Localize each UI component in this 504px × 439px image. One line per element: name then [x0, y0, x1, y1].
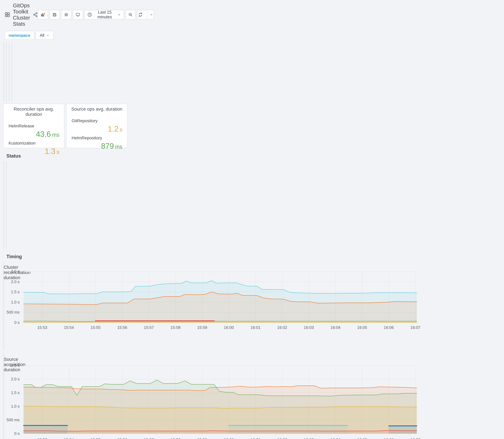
x-tick-label: 16:06: [378, 325, 399, 330]
y-tick-label: 2.5 s: [4, 269, 20, 274]
panel-cluster-reconciliation-duration: Cluster reconciliation duration 0 s500 m…: [3, 262, 4, 351]
x-tick-label: 16:04: [325, 438, 346, 439]
stat-value: 2: [12, 61, 12, 92]
x-tick-label: 16:05: [351, 438, 373, 439]
x-tick-label: 16:07: [405, 438, 426, 439]
x-tick-label: 15:59: [191, 438, 213, 439]
refresh-interval-caret[interactable]: [147, 10, 155, 19]
save-dashboard-button[interactable]: [49, 10, 60, 19]
variable-selected-value: All: [40, 33, 44, 38]
panel-cluster-reconciliation-readiness: Cluster reconciliation readiness KindNam…: [3, 161, 4, 249]
add-panel-button[interactable]: [38, 10, 48, 19]
x-tick-label: 16:04: [325, 325, 346, 330]
x-tick-label: 15:58: [165, 438, 186, 439]
gauge-label: HelmRelease: [9, 124, 59, 128]
x-tick-label: 16:06: [378, 438, 399, 439]
panel-source-acquisition-readiness: Source acquisition readiness KindNameSta…: [6, 161, 7, 249]
x-tick-label: 16:01: [245, 438, 266, 439]
toolbar: Last 15 minutes: [38, 10, 154, 19]
stat-panel-failing-reconcilers: Failing Reconcilers 1: [6, 43, 7, 102]
x-tick-label: 16:02: [271, 325, 293, 330]
series-fill: [389, 426, 417, 434]
top-bar: GitOps Toolkit Cluster Stats La: [3, 0, 6, 27]
panel-reconciler-ops-avg-duration: Reconciler ops avg. duration HelmRelease…: [3, 104, 64, 148]
panel-source-ops-avg-duration: Source ops avg. duration GitRepository 1…: [66, 104, 127, 148]
series-fill: [24, 386, 417, 434]
y-tick-label: 500 ms: [4, 418, 20, 422]
y-tick-label: 2.0 s: [4, 377, 20, 381]
y-tick-label: 0 s: [4, 320, 20, 325]
x-tick-label: 15:53: [32, 438, 53, 439]
x-tick-label: 15:55: [85, 438, 106, 439]
page-title: GitOps Toolkit Cluster Stats: [13, 2, 30, 27]
x-tick-label: 15:57: [138, 325, 160, 330]
stat-panel-failing-sources: Failing Sources 2: [12, 43, 12, 102]
gauge-value: 43.6ms: [13, 130, 59, 139]
x-tick-label: 15:57: [138, 438, 160, 439]
panel-source-acquisition-duration: Source acquisition duration 0 s500 ms1.0…: [3, 353, 4, 439]
gauge-label: GitRepository: [72, 118, 123, 123]
plot-area[interactable]: [24, 366, 417, 434]
stat-value: 6: [9, 61, 10, 92]
stat-panel-kubernetes-manifests-sources: Kubernetes Manifests Sources 6: [9, 43, 10, 102]
x-tick-label: 15:56: [111, 325, 133, 330]
x-tick-label: 16:00: [218, 325, 240, 330]
gauge-value: 1.2s: [76, 124, 123, 133]
x-tick-label: 15:54: [58, 325, 80, 330]
x-tick-label: 16:02: [271, 438, 293, 439]
dashboard-settings-button[interactable]: [61, 10, 71, 19]
y-tick-label: 1.0 s: [4, 404, 20, 409]
stat-value: 5: [3, 61, 4, 92]
y-tick-label: 0 s: [4, 431, 20, 436]
share-icon[interactable]: [33, 12, 38, 17]
x-tick-label: 16:05: [351, 325, 373, 330]
clock-icon: [87, 12, 92, 17]
x-tick-label: 15:59: [191, 325, 213, 330]
y-tick-label: 1.0 s: [4, 300, 20, 305]
gauge-value: 879ms: [76, 142, 123, 150]
cycle-view-button[interactable]: [73, 10, 83, 19]
refresh-button[interactable]: [137, 10, 154, 19]
x-tick-label: 15:54: [58, 438, 80, 439]
x-tick-label: 16:07: [405, 325, 426, 330]
zoom-out-button[interactable]: [125, 10, 135, 19]
refresh-icon[interactable]: [136, 10, 145, 19]
x-tick-label: 16:03: [298, 438, 320, 439]
dashboard: GitOps Toolkit Cluster Stats La: [0, 0, 7, 1]
plot-area[interactable]: [24, 272, 417, 323]
x-tick-label: 16:01: [245, 325, 266, 330]
variable-value-dropdown[interactable]: All: [36, 31, 54, 40]
caret-down-icon: [46, 34, 49, 37]
variable-label-namespace: namespace: [5, 31, 34, 40]
y-tick-label: 1.5 s: [4, 290, 20, 294]
x-tick-label: 15:53: [32, 325, 53, 330]
time-range-label: Last 15 minutes: [94, 10, 115, 19]
x-tick-label: 15:58: [165, 325, 186, 330]
caret-down-icon: [117, 13, 121, 17]
x-tick-label: 15:55: [85, 325, 106, 330]
gauge-value: 1.3s: [13, 147, 59, 156]
x-tick-label: 16:03: [298, 325, 320, 330]
stat-value: 1: [6, 61, 7, 92]
apps-grid-icon[interactable]: [5, 12, 10, 17]
panel-title[interactable]: Reconciler ops avg. duration: [8, 104, 59, 117]
time-range-picker[interactable]: Last 15 minutes: [85, 10, 124, 19]
x-tick-label: 15:56: [111, 438, 133, 439]
gauge-label: HelmRepository: [72, 135, 123, 140]
gauge-label: Kustomization: [9, 141, 59, 146]
y-tick-label: 1.5 s: [4, 390, 20, 395]
stat-panel-cluster-reconcilers: Cluster Reconcilers 5: [3, 43, 4, 102]
series-fill: [24, 426, 68, 434]
panel-title[interactable]: Source ops avg. duration: [71, 104, 123, 112]
y-tick-label: 2.0 s: [4, 280, 20, 284]
y-tick-label: 2.5 s: [4, 363, 20, 368]
row-header-label: Timing: [6, 254, 22, 259]
x-tick-label: 16:00: [218, 438, 240, 439]
y-tick-label: 500 ms: [4, 310, 20, 315]
